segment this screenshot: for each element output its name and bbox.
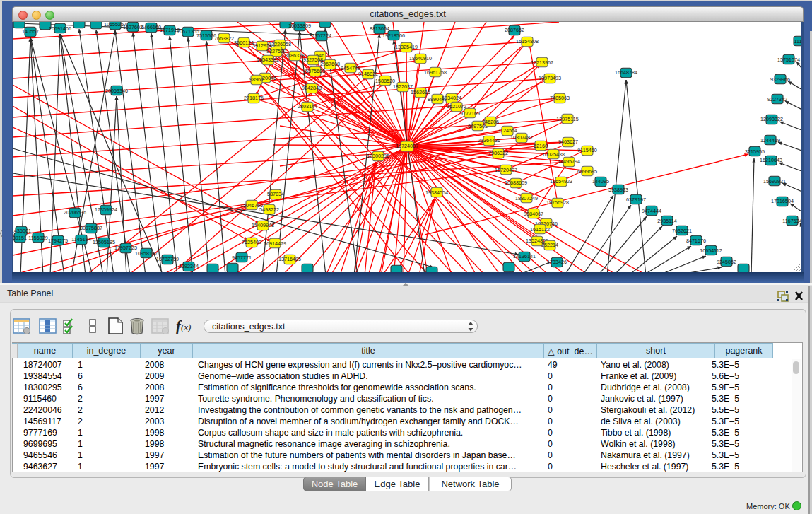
svg-text:19756928: 19756928 (546, 199, 569, 206)
svg-text:17359924: 17359924 (95, 206, 117, 213)
svg-text:9777169: 9777169 (460, 110, 480, 117)
svg-text:1822037: 1822037 (393, 83, 413, 90)
svg-text:19654923: 19654923 (550, 178, 572, 185)
svg-text:16543382: 16543382 (257, 57, 279, 63)
svg-text:1145194: 1145194 (71, 236, 90, 243)
svg-text:252214: 252214 (541, 242, 558, 248)
svg-text:21364436: 21364436 (478, 137, 500, 144)
svg-text:39151: 39151 (13, 235, 27, 241)
svg-text:7986322: 7986322 (488, 150, 508, 156)
svg-text:16033809: 16033809 (288, 23, 311, 29)
svg-text:9463627: 9463627 (558, 139, 578, 145)
svg-text:16961758: 16961758 (424, 69, 447, 76)
svg-text:2935114: 2935114 (657, 218, 676, 224)
svg-text:10654112: 10654112 (700, 247, 722, 254)
svg-text:10973493: 10973493 (539, 75, 561, 81)
svg-text:1588520: 1588520 (375, 78, 395, 84)
svg-text:587834: 587834 (267, 191, 284, 197)
svg-text:9242848: 9242848 (302, 85, 322, 91)
svg-text:6099695: 6099695 (577, 168, 597, 175)
svg-text:7357224: 7357224 (312, 33, 331, 39)
svg-text:746206: 746206 (482, 119, 499, 125)
svg-text:13325419: 13325419 (395, 44, 418, 50)
svg-text:2087652: 2087652 (505, 27, 524, 33)
svg-text:1527602: 1527602 (123, 24, 143, 30)
svg-text:12093822: 12093822 (760, 116, 783, 122)
svg-text:3124554: 3124554 (498, 127, 517, 134)
svg-text:1244419: 1244419 (760, 137, 780, 144)
svg-text:13226058: 13226058 (269, 41, 291, 47)
svg-text:5938923: 5938923 (608, 187, 628, 193)
svg-text:5375685: 5375685 (305, 68, 325, 74)
svg-text:1292344: 1292344 (179, 263, 199, 269)
svg-text:1156829: 1156829 (28, 235, 47, 241)
svg-text:17957225: 17957225 (114, 245, 137, 251)
svg-text:17016504: 17016504 (771, 198, 794, 204)
svg-text:14495794: 14495794 (558, 158, 580, 165)
svg-text:10307487: 10307487 (510, 134, 533, 141)
svg-text:19384554: 19384554 (425, 189, 448, 196)
svg-text:7632621: 7632621 (672, 228, 692, 234)
svg-text:16782759: 16782759 (156, 256, 179, 262)
svg-text:9474444: 9474444 (642, 208, 661, 214)
svg-text:8813054: 8813054 (370, 25, 389, 32)
svg-text:13716485: 13716485 (278, 256, 301, 262)
svg-text:14136141: 14136141 (513, 253, 536, 259)
svg-text:20691406: 20691406 (49, 25, 71, 32)
svg-text:1615132: 1615132 (530, 226, 550, 233)
svg-text:5498222: 5498222 (259, 206, 279, 213)
svg-text:15751074: 15751074 (777, 57, 800, 63)
svg-text:18300295: 18300295 (367, 153, 389, 159)
svg-text:18724007: 18724007 (396, 143, 418, 149)
svg-text:16648784: 16648784 (615, 69, 637, 76)
svg-text:10958107: 10958107 (135, 250, 158, 257)
svg-text:6379197: 6379197 (626, 197, 646, 203)
svg-text:12975115: 12975115 (556, 116, 578, 122)
svg-text:7515526: 7515526 (196, 33, 216, 39)
svg-text:9115460: 9115460 (577, 147, 596, 153)
svg-text:7663822: 7663822 (214, 35, 234, 42)
svg-text:7625402: 7625402 (242, 239, 261, 245)
svg-text:16914479: 16914479 (264, 240, 286, 247)
svg-text:6466160: 6466160 (141, 24, 161, 30)
svg-text:140557: 140557 (22, 28, 39, 35)
svg-text:8660124: 8660124 (234, 40, 254, 46)
svg-text:9327500: 9327500 (266, 48, 286, 54)
svg-text:1733426: 1733426 (547, 259, 567, 265)
svg-text:18640910: 18640910 (409, 55, 432, 62)
svg-text:(x): (x) (181, 322, 191, 332)
svg-text:9146821: 9146821 (358, 71, 378, 77)
svg-text:15692931: 15692931 (763, 178, 786, 185)
svg-text:30975887: 30975887 (80, 225, 102, 231)
svg-text:1167534: 1167534 (782, 218, 801, 224)
svg-text:1794275: 1794275 (48, 238, 68, 244)
svg-text:144095: 144095 (592, 178, 609, 185)
svg-text:9457771: 9457771 (232, 255, 252, 261)
svg-text:12505185: 12505185 (93, 239, 115, 245)
svg-text:9245052: 9245052 (717, 259, 736, 265)
svg-text:1562615: 1562615 (411, 89, 430, 95)
svg-text:9084067: 9084067 (524, 211, 543, 217)
svg-text:16154808: 16154808 (516, 38, 539, 45)
svg-text:20053346: 20053346 (105, 88, 128, 94)
svg-text:20206536: 20206536 (64, 209, 86, 216)
svg-text:18807249: 18807249 (515, 195, 538, 201)
svg-text:10688609: 10688609 (505, 180, 527, 186)
svg-text:62160: 62160 (534, 143, 548, 149)
svg-text:19218506: 19218506 (382, 33, 405, 39)
svg-text:12213967: 12213967 (531, 59, 553, 66)
svg-text:16210643: 16210643 (760, 157, 782, 163)
svg-text:8186328: 8186328 (285, 52, 305, 59)
svg-text:3215955: 3215955 (745, 148, 765, 155)
svg-text:15720407: 15720407 (495, 167, 517, 173)
svg-text:2967608: 2967608 (320, 61, 340, 67)
svg-text:8454749: 8454749 (341, 65, 360, 71)
svg-text:2803144: 2803144 (298, 103, 317, 110)
svg-text:15409948: 15409948 (252, 222, 274, 228)
svg-text:9227342: 9227342 (767, 96, 787, 103)
svg-text:1117: 1117 (794, 38, 801, 45)
svg-text:9329966: 9329966 (770, 76, 790, 83)
svg-text:8471676: 8471676 (686, 238, 706, 244)
svg-text:6934024: 6934024 (442, 95, 461, 101)
svg-text:98961: 98961 (249, 76, 264, 83)
